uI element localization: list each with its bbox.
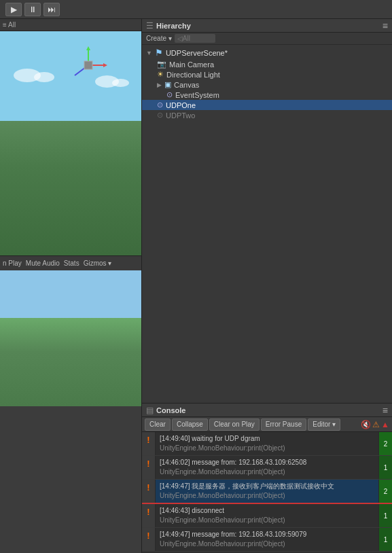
console-row-2-line2: UnityEngine.MonoBehaviour:print(Object) bbox=[160, 468, 285, 476]
console-row-1-line2: UnityEngine.MonoBehaviour:print(Object) bbox=[160, 444, 285, 452]
console-row-5[interactable]: ! [14:49:47] message from: 192.168.43.10… bbox=[142, 528, 392, 552]
console-row-5-text: [14:49:47] message from: 192.168.43.109:… bbox=[156, 528, 378, 551]
console-row-5-line2: UnityEngine.MonoBehaviour:print(Object) bbox=[160, 540, 285, 548]
console-row-1-text: [14:49:40] waiting for UDP dgram UnityEn… bbox=[156, 432, 378, 455]
console-row-3-count: 2 bbox=[378, 480, 392, 503]
hierarchy-item-label-eventsystem: EventSystem bbox=[175, 91, 219, 99]
top-toolbar: ▶ ⏸ ⏭ bbox=[0, 0, 392, 19]
console-content: ! [14:49:40] waiting for UDP dgram Unity… bbox=[142, 432, 392, 553]
hierarchy-item-udpone[interactable]: ⊙ UDPOne bbox=[142, 100, 392, 110]
hierarchy-item-label-canvas: Canvas bbox=[174, 81, 199, 89]
scene-tabbar: ≡ All bbox=[0, 19, 141, 31]
play-button[interactable]: ▶ bbox=[5, 3, 22, 16]
warn-icon-3: ! bbox=[147, 482, 149, 493]
hierarchy-item-dirlight[interactable]: ☀ Directional Light bbox=[142, 69, 392, 79]
cloud-4 bbox=[112, 79, 129, 87]
hierarchy-item-udptwo[interactable]: ⊙ UDPTwo bbox=[142, 110, 392, 120]
hierarchy-menu[interactable]: ≡ bbox=[382, 20, 388, 31]
light-icon: ☀ bbox=[157, 70, 164, 79]
scene-root-label: UDPServerScene* bbox=[166, 49, 228, 57]
hierarchy-title: Hierarchy bbox=[156, 22, 191, 30]
eventsystem-icon: ⊙ bbox=[166, 90, 173, 99]
console-row-1-line1: [14:49:40] waiting for UDP dgram bbox=[160, 435, 260, 442]
scene-bottom-toolbar: n Play Mute Audio Stats Gizmos ▾ bbox=[0, 255, 141, 270]
console-row-1-icon: ! bbox=[142, 432, 156, 455]
canvas-arrow-icon: ▶ bbox=[157, 82, 162, 88]
console-row-3-text: [14:49:47] 我是服务器，接收到客户端的数据测试接收中文 UnityEn… bbox=[156, 480, 378, 503]
console-title: Console bbox=[156, 406, 185, 414]
right-panel: ☰ Hierarchy ≡ Create ▾ ▼ ⚑ UDPServerScen… bbox=[141, 19, 392, 553]
scene-root-arrow: ▼ bbox=[146, 50, 152, 56]
console-row-2[interactable]: ! [14:46:02] message from: 192.168.43.10… bbox=[142, 456, 392, 480]
console-row-5-count: 1 bbox=[378, 528, 392, 551]
hierarchy-create-button[interactable]: Create ▾ bbox=[146, 35, 172, 42]
console-row-1[interactable]: ! [14:49:40] waiting for UDP dgram Unity… bbox=[142, 432, 392, 456]
console-header: ▤ Console ≡ bbox=[142, 404, 392, 417]
gizmo-container bbox=[68, 45, 109, 87]
console-mute-icon[interactable]: 🔇 bbox=[361, 420, 371, 429]
console-warn-count-icon: ⚠ bbox=[372, 420, 380, 429]
console-row-2-text: [14:46:02] message from: 192.168.43.109:… bbox=[156, 456, 378, 479]
console-row-3-icon: ! bbox=[142, 480, 156, 503]
console-toolbar: Clear Collapse Clear on Play Error Pause… bbox=[142, 417, 392, 432]
console-row-2-icon: ! bbox=[142, 456, 156, 479]
console-row-4-count: 1 bbox=[378, 504, 392, 527]
udpone-icon: ⊙ bbox=[157, 101, 163, 109]
console-row-5-icon: ! bbox=[142, 528, 156, 551]
console-errorpause-button[interactable]: Error Pause bbox=[261, 418, 306, 431]
hierarchy-item-label-dirlight: Directional Light bbox=[166, 71, 220, 79]
console-row-4-line2: UnityEngine.MonoBehaviour:print(Object) bbox=[160, 516, 285, 524]
console-clearonplay-button[interactable]: Clear on Play bbox=[209, 418, 260, 431]
console-row-3[interactable]: ! [14:49:47] 我是服务器，接收到客户端的数据测试接收中文 Unity… bbox=[142, 480, 392, 504]
gizmo-svg bbox=[68, 45, 109, 86]
console-clear-button[interactable]: Clear bbox=[145, 418, 171, 431]
scene-bottom-gizmos[interactable]: Gizmos ▾ bbox=[84, 260, 112, 267]
hierarchy-item-canvas[interactable]: ▶ ▣ Canvas bbox=[142, 79, 392, 90]
warn-icon-1: ! bbox=[147, 435, 149, 445]
console-row-4-icon: ! bbox=[142, 504, 156, 527]
hierarchy-content: ▼ ⚑ UDPServerScene* 📷 Main Camera ☀ Dire… bbox=[142, 45, 392, 403]
console-row-3-line1: [14:49:47] 我是服务器，接收到客户端的数据测试接收中文 bbox=[160, 482, 334, 490]
console-row-4[interactable]: ! [14:46:43] disconnect UnityEngine.Mono… bbox=[142, 504, 392, 528]
pause-button[interactable]: ⏸ bbox=[24, 3, 41, 16]
camera-icon: 📷 bbox=[157, 60, 166, 69]
hierarchy-scene-root[interactable]: ▼ ⚑ UDPServerScene* bbox=[142, 46, 392, 59]
hierarchy-header: ☰ Hierarchy ≡ bbox=[142, 19, 392, 33]
scene-icon: ⚑ bbox=[155, 48, 163, 58]
warn-icon-5: ! bbox=[147, 531, 149, 541]
scene-tab-label: ≡ All bbox=[3, 21, 16, 29]
udptwo-icon: ⊙ bbox=[157, 111, 163, 120]
hierarchy-icon: ☰ bbox=[146, 21, 154, 31]
scene-bottom-mute[interactable]: Mute Audio bbox=[26, 260, 60, 267]
console-row-4-text: [14:46:43] disconnect UnityEngine.MonoBe… bbox=[156, 504, 378, 527]
svg-marker-3 bbox=[103, 63, 107, 67]
svg-marker-1 bbox=[86, 46, 90, 50]
game-viewport bbox=[0, 270, 141, 406]
hierarchy-item-eventsystem[interactable]: ⊙ EventSystem bbox=[142, 90, 392, 100]
console-menu[interactable]: ≡ bbox=[382, 405, 388, 416]
step-button[interactable]: ⏭ bbox=[43, 3, 60, 16]
console-editor-button[interactable]: Editor ▾ bbox=[308, 418, 340, 431]
console-row-2-line1: [14:46:02] message from: 192.168.43.109:… bbox=[160, 459, 306, 466]
console-panel: ▤ Console ≡ Clear Collapse Clear on Play… bbox=[142, 404, 392, 553]
canvas-icon: ▣ bbox=[164, 80, 171, 89]
console-collapse-button[interactable]: Collapse bbox=[172, 418, 208, 431]
scene-bottom-play[interactable]: n Play bbox=[3, 260, 22, 267]
svg-rect-5 bbox=[84, 61, 92, 69]
console-row-3-line2: UnityEngine.MonoBehaviour:print(Object) bbox=[160, 492, 285, 499]
scene-bottom-stats[interactable]: Stats bbox=[64, 260, 79, 267]
cloud-2 bbox=[34, 72, 54, 82]
warn-icon-4: ! bbox=[147, 507, 149, 517]
hierarchy-item-label-udptwo: UDPTwo bbox=[166, 111, 195, 120]
hierarchy-search-input[interactable] bbox=[175, 34, 215, 43]
console-log-icons: 🔇 ⚠ ▲ bbox=[361, 420, 389, 429]
console-row-2-count: 1 bbox=[378, 456, 392, 479]
left-panel: ≡ All bbox=[0, 19, 141, 553]
main-layout: ≡ All bbox=[0, 19, 392, 553]
scene-viewport: ← 客户端和服务器端要统一 服务器端运行后 bbox=[0, 31, 141, 255]
console-error-count-icon: ▲ bbox=[381, 420, 389, 429]
hierarchy-item-maincamera[interactable]: 📷 Main Camera bbox=[142, 59, 392, 69]
hierarchy-item-label-maincamera: Main Camera bbox=[169, 60, 214, 69]
warn-icon-2: ! bbox=[147, 459, 149, 469]
console-row-4-line1: [14:46:43] disconnect bbox=[160, 507, 224, 514]
